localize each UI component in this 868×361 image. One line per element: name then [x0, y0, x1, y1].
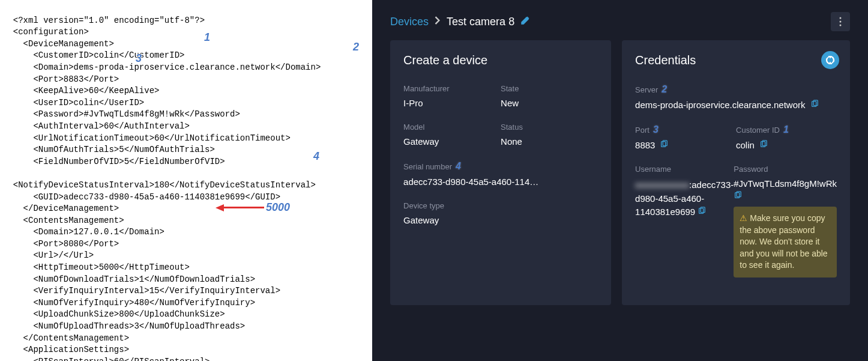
device-panel: Create a device Manufacturer I-Pro State…	[390, 40, 611, 305]
device-panel-title: Create a device	[403, 53, 598, 67]
devicetype-value: Gateway	[403, 215, 598, 225]
xml-line: <Domain>dems-proda-iproservice.clearance…	[3, 62, 369, 74]
xml-line: <Port>8883</Port>	[3, 74, 369, 86]
username-value: xxxxxxxxxxxx:adecc733-d980-45a5-a460-114…	[635, 178, 734, 219]
customerid-label: Customer ID 1	[736, 124, 837, 135]
callout-1: 1	[204, 30, 210, 45]
credentials-panel-title: Credentials	[635, 53, 837, 67]
svg-point-1	[840, 21, 842, 23]
xml-line: <VerifyInquiryInterval>15</VerifyInquiry…	[3, 285, 369, 297]
arrow-line	[222, 207, 264, 208]
manufacturer-label: Manufacturer	[403, 84, 501, 93]
xml-line: <PIScanInterval>60</PIScanInterval>	[3, 356, 369, 361]
callout-2: 2	[353, 40, 359, 55]
xml-line: <UserID>colin</UserID>	[3, 97, 369, 109]
serial-label: Serial number 4	[403, 161, 598, 172]
xml-line: <Password>#JvTwqTLdsm4f8gM!wRk</Password…	[3, 109, 369, 121]
header: Devices Test camera 8	[372, 0, 868, 40]
copy-icon[interactable]	[810, 100, 819, 110]
xml-line: <ContentsManagement>	[3, 215, 369, 227]
svg-point-0	[840, 17, 842, 19]
serial-value: adecc733-d980-45a5-a460-11403…	[403, 177, 541, 187]
xml-line: <Url>/</Url>	[3, 250, 369, 262]
xml-line	[3, 168, 369, 180]
status-value: None	[501, 136, 598, 147]
callout-3: 3	[136, 51, 142, 66]
devicetype-label: Device type	[403, 201, 598, 210]
xml-line: <NumOfDownloadTrials>1</NumOfDownloadTri…	[3, 274, 369, 286]
port-label: Port 3	[635, 124, 736, 135]
xml-line: <HttpTimeout>5000</HttpTimeout>	[3, 262, 369, 274]
page-title: Test camera 8	[447, 16, 514, 28]
model-value: Gateway	[403, 136, 501, 147]
xml-source-pane: <?xml version="1.0" encoding="utf-8"?> <…	[0, 0, 372, 361]
state-label: State	[501, 84, 598, 93]
customerid-value: colin	[736, 140, 837, 150]
copy-icon[interactable]	[698, 207, 706, 217]
xml-line: <?xml version="1.0" encoding="utf-8"?>	[3, 15, 369, 27]
server-label: Server 2	[635, 84, 837, 95]
edit-icon[interactable]	[520, 16, 530, 28]
xml-line: </DeviceManagement>	[3, 203, 369, 215]
copy-icon[interactable]	[759, 140, 768, 150]
chevron-right-icon	[435, 16, 441, 27]
callout-badge-3: 3	[653, 124, 659, 135]
copy-icon[interactable]	[734, 191, 742, 201]
callout-4: 4	[313, 149, 319, 164]
model-label: Model	[403, 123, 501, 132]
callout-badge-1: 1	[783, 124, 789, 135]
password-warning: ⚠Make sure you copy the above password n…	[734, 207, 837, 278]
password-value: #JvTwqTLdsm4f8gM!wRk	[734, 178, 837, 189]
xml-line: <UrlNotificationTimeout>60</UrlNotificat…	[3, 133, 369, 145]
callout-badge-2: 2	[662, 84, 667, 95]
device-admin-pane: Devices Test camera 8 Create a device Ma…	[372, 0, 868, 361]
xml-line: <Port>8080</Port>	[3, 238, 369, 250]
xml-line: <Domain>127.0.0.1</Domain>	[3, 226, 369, 238]
arrow-label: 5000	[266, 200, 290, 215]
copy-icon[interactable]	[660, 140, 668, 150]
server-value: dems-proda-iproservice.clearance.network	[635, 100, 837, 110]
state-value: New	[501, 98, 598, 108]
xml-line: <CustomerID>colin</CustomerID>	[3, 50, 369, 62]
status-label: Status	[501, 123, 598, 132]
callout-badge-4: 4	[456, 161, 461, 172]
xml-line: <KeepAlive>60</KeepAlive>	[3, 85, 369, 97]
xml-line: <NotifyDeviceStatusInterval>180</NotifyD…	[3, 180, 369, 192]
warning-icon: ⚠	[740, 213, 747, 223]
svg-point-2	[840, 25, 842, 26]
credentials-panel: Credentials Server 2 dems-proda-iproserv…	[622, 40, 850, 305]
xml-line: </ContentsManagement>	[3, 333, 369, 345]
breadcrumb-devices[interactable]: Devices	[390, 16, 429, 28]
xml-line: <GUID>adecc733-d980-45a5-a460-1140381e96…	[3, 192, 369, 204]
username-label: Username	[635, 165, 734, 174]
password-label: Password	[734, 165, 837, 174]
manufacturer-value: I-Pro	[403, 98, 501, 108]
xml-line: <ApplicationSettings>	[3, 344, 369, 356]
xml-line: <AuthInterval>60</AuthInterval>	[3, 121, 369, 133]
xml-line: <NumOfVerifyInquiry>480</NumOfVerifyInqu…	[3, 297, 369, 309]
xml-line: <configuration>	[3, 26, 369, 38]
xml-line: <NumOfUploadThreads>3</NumOfUploadThread…	[3, 321, 369, 333]
refresh-button[interactable]	[821, 51, 839, 69]
kebab-menu-button[interactable]	[831, 12, 850, 31]
port-value: 8883	[635, 140, 736, 150]
xml-line: <DeviceManagement>	[3, 38, 369, 50]
xml-line: <UploadChunkSize>800</UploadChunkSize>	[3, 309, 369, 321]
